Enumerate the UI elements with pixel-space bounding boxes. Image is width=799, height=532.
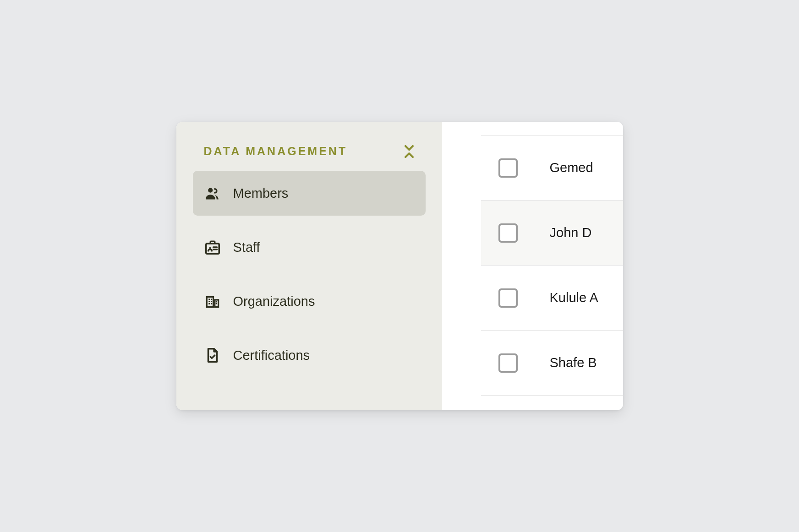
sidebar-item-staff[interactable]: Staff <box>193 225 426 270</box>
member-name: Kulule A <box>550 290 598 305</box>
row-checkbox[interactable] <box>498 353 518 373</box>
svg-rect-9 <box>208 303 210 304</box>
collapse-icon[interactable] <box>404 145 415 158</box>
svg-point-0 <box>208 188 213 193</box>
svg-rect-12 <box>215 303 217 304</box>
table-row[interactable]: Gemed <box>481 136 623 201</box>
row-checkbox[interactable] <box>498 223 518 243</box>
row-checkbox[interactable] <box>498 288 518 308</box>
sidebar: DATA MANAGEMENT Members Staff <box>176 122 442 410</box>
staff-icon <box>204 239 221 256</box>
svg-point-2 <box>209 247 211 249</box>
svg-rect-8 <box>211 301 212 302</box>
svg-rect-5 <box>208 299 210 300</box>
row-checkbox[interactable] <box>498 158 518 178</box>
sidebar-nav: Members Staff Organizations Certificatio… <box>193 171 426 378</box>
svg-rect-11 <box>215 301 217 303</box>
main-panel: Gemed John D Kulule A Shafe B <box>442 122 623 410</box>
member-name: John D <box>550 225 592 240</box>
table-row[interactable]: John D <box>481 201 623 266</box>
member-name: Gemed <box>550 160 593 175</box>
sidebar-item-label: Members <box>233 186 289 201</box>
sidebar-section-title: DATA MANAGEMENT <box>204 145 348 158</box>
sidebar-item-label: Staff <box>233 240 260 255</box>
table-row[interactable]: Kulule A <box>481 266 623 331</box>
sidebar-item-members[interactable]: Members <box>193 171 426 216</box>
certifications-icon <box>204 347 221 364</box>
svg-rect-10 <box>211 303 212 304</box>
sidebar-item-certifications[interactable]: Certifications <box>193 333 426 378</box>
sidebar-item-organizations[interactable]: Organizations <box>193 279 426 324</box>
svg-rect-7 <box>208 301 210 302</box>
member-list: Gemed John D Kulule A Shafe B <box>481 122 623 410</box>
svg-rect-6 <box>211 299 212 300</box>
app-card: DATA MANAGEMENT Members Staff <box>176 122 623 410</box>
sidebar-item-label: Certifications <box>233 348 310 363</box>
organizations-icon <box>204 293 221 310</box>
sidebar-header: DATA MANAGEMENT <box>193 138 426 171</box>
member-name: Shafe B <box>550 355 597 370</box>
table-row[interactable]: Shafe B <box>481 331 623 396</box>
sidebar-item-label: Organizations <box>233 294 315 309</box>
members-icon <box>204 185 221 202</box>
table-header-edge <box>481 122 623 136</box>
